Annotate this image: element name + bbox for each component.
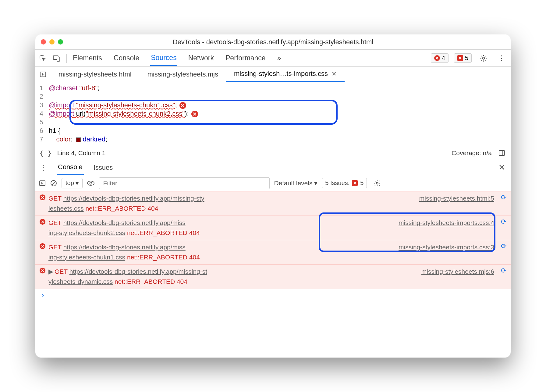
line-number: 4: [35, 110, 49, 118]
device-toggle-icon[interactable]: [52, 54, 61, 62]
error-count: 4: [442, 55, 445, 62]
error-icon: ✕: [40, 219, 45, 225]
svg-point-3: [483, 57, 485, 59]
line-number: 6: [35, 127, 49, 135]
close-tab-icon[interactable]: ✕: [332, 70, 337, 77]
issue-icon: ✕: [457, 55, 463, 61]
issues-button[interactable]: 5 Issues: ✕ 5: [322, 178, 367, 188]
error-icon: ✕: [40, 194, 45, 200]
error-count-badge[interactable]: ✕ 4: [431, 53, 448, 63]
url-link[interactable]: ing-stylesheets-chunk2.css: [48, 229, 125, 236]
line-number: 5: [35, 118, 49, 126]
drawer-tab-issues[interactable]: Issues: [92, 161, 114, 175]
inspect-element-icon[interactable]: [38, 54, 47, 62]
console-error-message[interactable]: ✕ missing-stylesheets.html:5 GET https:/…: [35, 191, 511, 216]
url-link[interactable]: ing-stylesheets-chukn1.css: [48, 254, 125, 261]
reload-icon[interactable]: ⟳: [501, 267, 506, 275]
cursor-position: Line 4, Column 1: [57, 149, 106, 157]
svg-rect-2: [57, 57, 60, 61]
url-link[interactable]: https://devtools-dbg-stories.netlify.app…: [63, 244, 186, 251]
svg-point-12: [376, 182, 378, 184]
coverage-status: Coverage: n/a: [452, 149, 492, 157]
color-swatch[interactable]: [76, 137, 81, 142]
error-marker-icon[interactable]: ✕: [179, 102, 186, 109]
reload-icon[interactable]: ⟳: [501, 194, 506, 201]
kebab-menu-icon[interactable]: ⋮: [495, 54, 508, 62]
svg-rect-5: [499, 151, 505, 155]
navigator-toggle-icon[interactable]: [35, 71, 51, 78]
console-error-message[interactable]: ✕ missing-stylesheets-imports.css:3 GET …: [35, 240, 511, 264]
url-link[interactable]: https://devtools-dbg-stories.netlify.app…: [63, 219, 186, 226]
url-link[interactable]: lesheets.css: [48, 205, 84, 212]
error-icon: ✕: [434, 55, 440, 61]
live-expression-icon[interactable]: [87, 180, 95, 186]
file-tab-mjs[interactable]: missing-stylesheets.mjs: [140, 67, 226, 81]
issue-count: 5: [465, 55, 468, 62]
drawer-menu-icon[interactable]: ⋮: [38, 163, 48, 172]
svg-line-9: [52, 181, 55, 185]
code-editor[interactable]: 1@charset "utf-8"; 2 3@import "missing-s…: [35, 82, 511, 146]
console-prompt[interactable]: ›: [35, 289, 511, 301]
issue-count-badge[interactable]: ✕ 5: [454, 53, 472, 63]
url-link[interactable]: https://devtools-dbg-stories.netlify.app…: [69, 268, 207, 275]
panel-tabs: Elements Console Sources Network Perform…: [72, 51, 282, 66]
reload-icon[interactable]: ⟳: [501, 242, 506, 250]
reload-icon[interactable]: ⟳: [501, 218, 506, 226]
devtools-window: DevTools - devtools-dbg-stories.netlify.…: [35, 34, 511, 358]
expand-triangle-icon[interactable]: ▶: [48, 268, 53, 275]
line-number: 2: [35, 93, 49, 101]
error-icon: ✕: [40, 268, 45, 273]
error-marker-icon[interactable]: ✕: [191, 111, 198, 117]
issue-icon: ✕: [352, 180, 358, 186]
source-link[interactable]: missing-stylesheets.mjs:6: [421, 267, 494, 277]
line-number: 1: [35, 84, 49, 92]
chevron-down-icon: ▾: [76, 180, 79, 187]
file-tabs: missing-stylesheets.html missing-stylesh…: [35, 67, 511, 82]
file-tab-html[interactable]: missing-stylesheets.html: [51, 67, 140, 81]
close-drawer-icon[interactable]: ✕: [496, 163, 508, 172]
window-title: DevTools - devtools-dbg-stories.netlify.…: [35, 38, 511, 46]
console-error-message[interactable]: ✕ missing-stylesheets.mjs:6 ▶GET https:/…: [35, 264, 511, 289]
line-number: 3: [35, 101, 49, 109]
source-link[interactable]: missing-stylesheets-imports.css:4: [399, 218, 494, 228]
settings-gear-icon[interactable]: [477, 54, 490, 62]
editor-statusbar: { } Line 4, Column 1 Coverage: n/a: [35, 146, 511, 160]
log-levels-selector[interactable]: Default levels ▾: [274, 180, 317, 187]
console-toolbar: top ▾ Default levels ▾ 5 Issues: ✕ 5: [35, 175, 511, 191]
console-filter-input[interactable]: [99, 177, 270, 189]
console-messages: ✕ missing-stylesheets.html:5 GET https:/…: [35, 191, 511, 301]
tab-elements[interactable]: Elements: [72, 51, 103, 65]
console-settings-icon[interactable]: [371, 180, 383, 187]
source-link[interactable]: missing-stylesheets-imports.css:3: [399, 242, 494, 252]
sidebar-toggle-icon[interactable]: [497, 150, 506, 156]
titlebar: DevTools - devtools-dbg-stories.netlify.…: [35, 34, 511, 50]
source-link[interactable]: missing-stylesheets.html:5: [419, 194, 494, 204]
more-tabs-button[interactable]: »: [277, 51, 282, 65]
main-toolbar: Elements Console Sources Network Perform…: [35, 50, 511, 67]
file-tab-css[interactable]: missing-stylesh…ts-imports.css ✕: [226, 67, 345, 82]
clear-console-icon[interactable]: [50, 180, 57, 187]
line-number: 7: [35, 135, 49, 143]
pretty-print-icon[interactable]: { }: [40, 149, 52, 157]
tab-console[interactable]: Console: [113, 51, 140, 65]
console-error-message[interactable]: ✕ missing-stylesheets-imports.css:4 GET …: [35, 216, 511, 240]
svg-point-10: [87, 181, 94, 185]
error-icon: ✕: [40, 243, 45, 249]
console-sidebar-toggle-icon[interactable]: [39, 180, 46, 187]
drawer-tab-console[interactable]: Console: [57, 160, 84, 175]
url-link[interactable]: ylesheets-dynamic.css: [48, 278, 113, 285]
url-link[interactable]: https://devtools-dbg-stories.netlify.app…: [63, 195, 204, 202]
drawer-tabs: ⋮ Console Issues ✕: [35, 160, 511, 175]
tab-network[interactable]: Network: [188, 51, 214, 65]
tab-performance[interactable]: Performance: [225, 51, 266, 65]
tab-sources[interactable]: Sources: [150, 51, 177, 66]
svg-point-11: [90, 182, 92, 184]
context-selector[interactable]: top ▾: [62, 178, 83, 188]
